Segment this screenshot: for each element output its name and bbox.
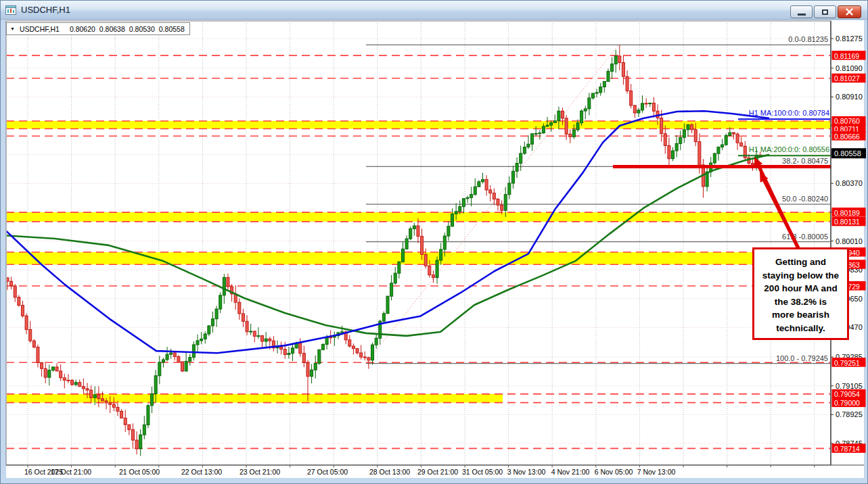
price-axis[interactable]: 0.812750.810900.809100.807300.805500.803… (831, 34, 866, 453)
date-axis-label: 28 Oct 13:00 (369, 468, 410, 476)
chevron-down-icon[interactable]: ▼ (10, 26, 15, 31)
date-axis-label: 31 Oct 05:00 (462, 468, 503, 476)
annotation-line: technically. (754, 322, 847, 335)
support-resistance-zone[interactable] (6, 394, 503, 403)
support-resistance-zone[interactable] (6, 121, 831, 129)
price-axis-label: 0.80910 (836, 93, 863, 101)
fib-label: 38.2- 0.80475 (782, 157, 828, 165)
annotation-line: more bearish (754, 308, 847, 322)
minimize-icon (798, 14, 806, 16)
ohlc-info-box[interactable]: ▼ USDCHF,H1 0.80620 0.80638 0.80530 0.80… (6, 22, 190, 35)
mt4-chart-window: USDCHF,H1 0.812750.810900.809100.807300.… (0, 0, 868, 484)
date-axis-label: 7 Nov 13:00 (637, 468, 676, 476)
support-resistance-zone[interactable] (6, 252, 831, 264)
annotation-line: staying below the (754, 269, 847, 283)
support-resistance-zone[interactable] (6, 212, 831, 222)
alert-price-label: 0.79251 (834, 359, 860, 367)
price-axis-label: 0.80370 (836, 179, 863, 187)
minimize-button[interactable] (790, 5, 813, 18)
annotation-line: 200 hour MA and (754, 282, 847, 295)
ma100-label: H1 MA:100:0:0: 0.80784 (749, 109, 829, 117)
alert-price-label: 0.79054 (834, 390, 860, 398)
date-axis-label: 17 Oct 21:00 (51, 468, 91, 476)
fib-label: 50.0 -0.80240 (782, 195, 828, 203)
current-price-label: 0.80558 (834, 149, 861, 158)
date-axis-label: 4 Nov 21:00 (551, 468, 590, 476)
price-axis-label: 0.78925 (836, 410, 863, 418)
price-chart-canvas[interactable]: 0.812750.810900.809100.807300.805500.803… (1, 20, 868, 484)
alert-price-label: 0.79000 (834, 399, 860, 407)
window-title: USDCHF,H1 (21, 5, 70, 15)
ma200-label: H1 MA:200:0:0: 0.80556 (749, 145, 829, 153)
price-axis-label: 0.80010 (836, 237, 863, 245)
fib-label: 100.0 - 0.79245 (776, 354, 828, 362)
alert-price-label: 0.80189 (834, 209, 860, 217)
date-axis-label: 6 Nov 05:00 (595, 468, 633, 476)
window-titlebar[interactable]: USDCHF,H1 (1, 1, 867, 20)
restore-icon (822, 9, 828, 15)
close-button[interactable] (838, 5, 861, 18)
restore-button[interactable] (814, 5, 836, 18)
alert-price-label: 0.81169 (834, 52, 859, 60)
date-axis-label: 3 Nov 13:00 (507, 468, 546, 476)
date-axis-label: 22 Oct 13:00 (181, 468, 222, 476)
price-axis-label: 0.81275 (836, 34, 863, 43)
ohlc-open: 0.80620 (70, 25, 95, 33)
window-controls (790, 5, 861, 18)
close-icon (846, 8, 853, 16)
alert-price-label: 0.80131 (834, 218, 860, 226)
date-axis-label: 23 Oct 21:00 (239, 468, 280, 476)
chart-client-area: 0.812750.810900.809100.807300.805500.803… (1, 20, 868, 484)
ohlc-symbol: USDCHF,H1 (20, 25, 60, 33)
ohlc-low: 0.80530 (129, 25, 155, 33)
date-axis-label: 29 Oct 21:00 (417, 468, 458, 476)
annotation-line: the 38.2% is (754, 295, 847, 309)
date-axis-label: 21 Oct 05:00 (119, 468, 160, 476)
date-axis-label: 27 Oct 05:00 (307, 468, 348, 476)
fib-label: 0.0-0.81235 (788, 35, 828, 43)
price-axis-label: 0.81090 (836, 64, 863, 72)
fib-label: 61.8 -0.80005 (782, 233, 828, 241)
alert-price-label: 0.80666 (834, 132, 860, 141)
alert-price-label: 0.78714 (834, 445, 860, 453)
alert-price-label: 0.81027 (834, 74, 860, 82)
chart-app-icon (5, 5, 16, 16)
ohlc-high: 0.80638 (99, 25, 125, 33)
ohlc-close: 0.80558 (159, 25, 185, 33)
price-axis-label: 0.79105 (836, 382, 863, 390)
annotation-line: Getting and (754, 256, 847, 269)
annotation-note[interactable]: Getting andstaying below the200 hour MA … (752, 247, 849, 340)
